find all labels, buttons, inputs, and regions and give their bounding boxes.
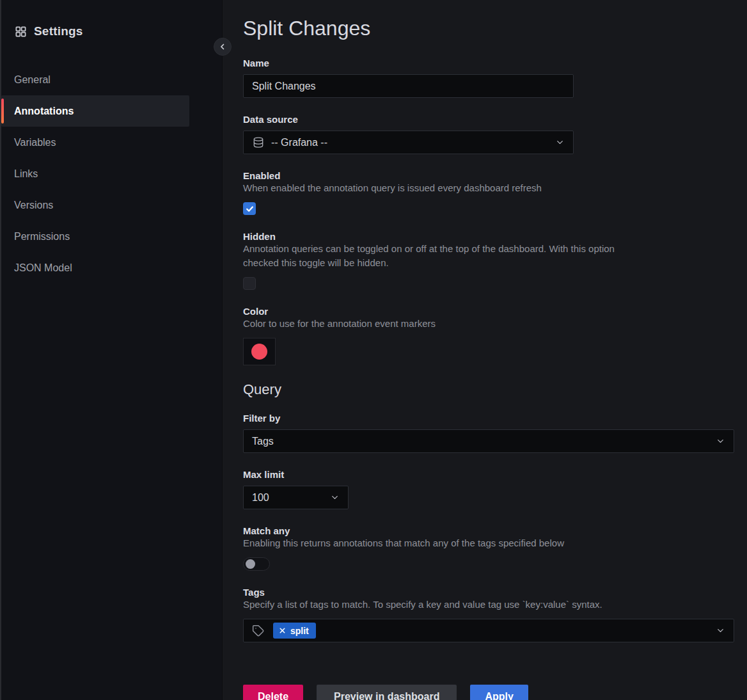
collapse-sidebar-button[interactable] bbox=[214, 38, 232, 56]
sidebar-item-label: Versions bbox=[14, 200, 53, 211]
filter-by-select[interactable]: Tags bbox=[243, 429, 734, 453]
name-label: Name bbox=[243, 58, 734, 68]
data-source-field-group: Data source -- Grafana -- bbox=[243, 114, 734, 154]
tag-pill-split[interactable]: split bbox=[273, 623, 316, 639]
filter-by-field-group: Filter by Tags bbox=[243, 413, 734, 453]
apps-grid-icon bbox=[15, 26, 27, 38]
annotation-color-dot bbox=[251, 344, 267, 360]
max-limit-label: Max limit bbox=[243, 469, 734, 480]
window-edge bbox=[0, 0, 1, 700]
active-indicator-bar bbox=[1, 99, 4, 123]
sidebar-item-versions[interactable]: Versions bbox=[1, 189, 189, 221]
checkmark-icon bbox=[246, 205, 254, 213]
chevron-down-icon bbox=[716, 626, 725, 635]
data-source-select[interactable]: -- Grafana -- bbox=[243, 131, 574, 154]
data-source-label: Data source bbox=[243, 114, 734, 125]
max-limit-value: 100 bbox=[252, 492, 330, 504]
sidebar-item-label: Annotations bbox=[14, 106, 74, 117]
sidebar-item-label: Links bbox=[14, 168, 38, 180]
tag-icon bbox=[252, 624, 265, 637]
sidebar-item-json-model[interactable]: JSON Model bbox=[1, 252, 189, 283]
match-any-label: Match any bbox=[243, 525, 734, 536]
hidden-checkbox[interactable] bbox=[243, 277, 256, 290]
color-field-group: Color Color to use for the annotation ev… bbox=[243, 306, 734, 365]
database-icon bbox=[252, 136, 265, 149]
sidebar-item-label: General bbox=[14, 74, 51, 86]
match-any-toggle[interactable] bbox=[243, 557, 270, 571]
enabled-label: Enabled bbox=[243, 170, 734, 181]
query-section-heading: Query bbox=[243, 381, 734, 398]
max-limit-field-group: Max limit 100 bbox=[243, 469, 734, 509]
chevron-down-icon bbox=[555, 138, 565, 147]
tags-description: Specify a list of tags to match. To spec… bbox=[243, 598, 615, 612]
sidebar-header: Settings bbox=[0, 24, 222, 38]
settings-nav: General Annotations Variables Links Vers… bbox=[0, 64, 222, 283]
tags-label: Tags bbox=[243, 587, 734, 598]
footer-actions: Delete Preview in dashboard Apply bbox=[243, 685, 734, 700]
chevron-left-icon bbox=[218, 42, 227, 51]
name-input[interactable] bbox=[243, 74, 574, 98]
annotation-settings-panel: Split Changes Name Data source -- Grafan… bbox=[223, 0, 747, 700]
name-field-group: Name bbox=[243, 58, 734, 98]
tags-input[interactable]: split bbox=[243, 619, 734, 642]
match-any-description: Enabling this returns annotations that m… bbox=[243, 536, 615, 550]
hidden-field-group: Hidden Annotation queries can be toggled… bbox=[243, 231, 734, 290]
hidden-description: Annotation queries can be toggled on or … bbox=[243, 242, 615, 270]
data-source-value: -- Grafana -- bbox=[271, 137, 555, 148]
sidebar-item-label: Permissions bbox=[14, 231, 70, 243]
tag-value: split bbox=[290, 626, 309, 636]
sidebar-item-label: Variables bbox=[14, 137, 56, 148]
settings-sidebar: Settings General Annotations Variables L… bbox=[0, 0, 223, 700]
enabled-checkbox[interactable] bbox=[243, 202, 256, 215]
delete-button[interactable]: Delete bbox=[243, 685, 303, 700]
enabled-field-group: Enabled When enabled the annotation quer… bbox=[243, 170, 734, 215]
color-label: Color bbox=[243, 306, 734, 317]
toggle-knob bbox=[246, 559, 255, 569]
enabled-description: When enabled the annotation query is iss… bbox=[243, 181, 615, 195]
hidden-label: Hidden bbox=[243, 231, 734, 242]
sidebar-item-variables[interactable]: Variables bbox=[1, 127, 189, 158]
chevron-down-icon bbox=[330, 493, 340, 502]
match-any-field-group: Match any Enabling this returns annotati… bbox=[243, 525, 734, 571]
filter-by-label: Filter by bbox=[243, 413, 734, 424]
color-picker[interactable] bbox=[243, 338, 276, 365]
preview-in-dashboard-button[interactable]: Preview in dashboard bbox=[317, 685, 457, 700]
sidebar-item-permissions[interactable]: Permissions bbox=[1, 221, 189, 252]
sidebar-item-links[interactable]: Links bbox=[1, 158, 189, 189]
filter-by-value: Tags bbox=[252, 436, 716, 447]
sidebar-item-label: JSON Model bbox=[14, 262, 72, 274]
remove-tag-icon[interactable] bbox=[279, 627, 286, 634]
color-description: Color to use for the annotation event ma… bbox=[243, 317, 615, 331]
chevron-down-icon bbox=[716, 436, 725, 446]
max-limit-select[interactable]: 100 bbox=[243, 486, 349, 509]
page-title: Split Changes bbox=[243, 17, 734, 40]
sidebar-item-annotations[interactable]: Annotations bbox=[1, 95, 189, 127]
sidebar-item-general[interactable]: General bbox=[1, 64, 189, 95]
apply-button[interactable]: Apply bbox=[470, 685, 528, 700]
sidebar-title: Settings bbox=[34, 24, 83, 38]
tags-field-group: Tags Specify a list of tags to match. To… bbox=[243, 587, 734, 642]
